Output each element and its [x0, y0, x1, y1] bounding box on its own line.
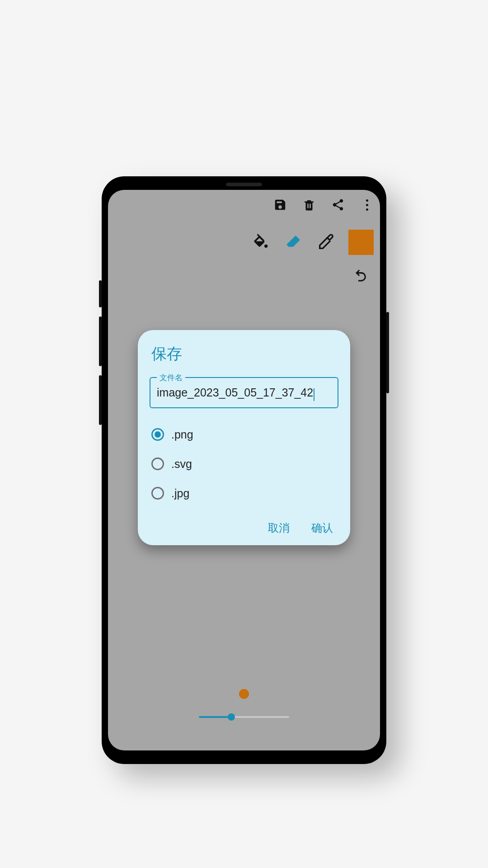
format-radio-group: .png .svg .jpg: [150, 420, 338, 508]
radio-unselected-icon: [151, 458, 164, 470]
brush-size-slider[interactable]: [199, 716, 289, 718]
phone-side-button: [99, 316, 102, 366]
slider-thumb[interactable]: [228, 713, 235, 721]
dialog-title: 保存: [150, 344, 338, 364]
tool-row: [251, 230, 374, 255]
phone-frame: 保存 文件名 image_2023_05_05_17_37_42 .png .s…: [102, 176, 386, 764]
share-icon[interactable]: [331, 198, 345, 212]
more-icon[interactable]: [360, 199, 374, 211]
format-label: .jpg: [171, 487, 189, 500]
phone-side-button: [386, 312, 389, 393]
format-label: .svg: [171, 458, 192, 471]
format-option-svg[interactable]: .svg: [150, 449, 338, 479]
save-icon[interactable]: [273, 198, 287, 212]
delete-icon[interactable]: [302, 198, 316, 212]
phone-side-button: [99, 280, 102, 307]
slider-fill: [199, 716, 231, 718]
radio-selected-icon: [151, 428, 164, 441]
eraser-icon[interactable]: [283, 232, 303, 252]
cancel-button[interactable]: 取消: [268, 521, 290, 535]
fill-icon[interactable]: [251, 232, 271, 252]
radio-unselected-icon: [151, 487, 164, 500]
brush-preview-dot: [239, 689, 249, 699]
eyedropper-icon[interactable]: [316, 232, 336, 252]
phone-side-button: [99, 375, 102, 425]
undo-icon[interactable]: [352, 266, 370, 284]
color-swatch[interactable]: [348, 230, 374, 255]
screen: 保存 文件名 image_2023_05_05_17_37_42 .png .s…: [108, 190, 380, 750]
confirm-button[interactable]: 确认: [311, 521, 333, 535]
filename-input-text[interactable]: image_2023_05_05_17_37_42: [157, 386, 313, 399]
dialog-actions: 取消 确认: [150, 521, 338, 535]
text-cursor: [314, 388, 314, 401]
format-option-png[interactable]: .png: [150, 420, 338, 449]
save-dialog: 保存 文件名 image_2023_05_05_17_37_42 .png .s…: [138, 330, 350, 545]
svg-point-0: [264, 245, 267, 248]
filename-label: 文件名: [157, 373, 185, 383]
format-option-jpg[interactable]: .jpg: [150, 479, 338, 508]
format-label: .png: [171, 428, 193, 441]
filename-field[interactable]: 文件名 image_2023_05_05_17_37_42: [150, 377, 338, 408]
top-action-bar: [273, 198, 374, 212]
